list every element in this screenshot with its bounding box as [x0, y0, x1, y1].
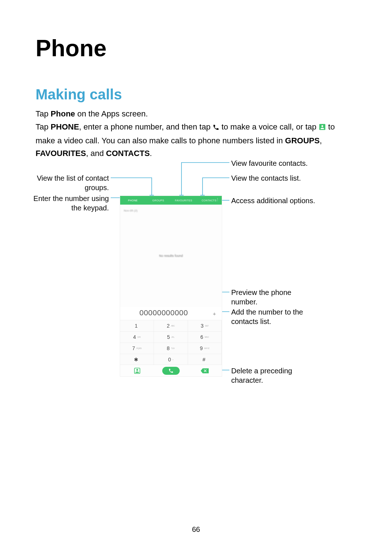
paragraph-1: Tap Phone on the Apps screen. — [36, 108, 148, 120]
no-results-label: No results found — [120, 254, 222, 258]
text-bold: CONTACTS — [106, 149, 150, 158]
callout-preview: Preview the phone number. — [231, 288, 304, 307]
page-number: 66 — [0, 525, 392, 534]
text-bold: GROUPS — [285, 136, 319, 145]
svg-point-1 — [321, 125, 323, 127]
key-star[interactable]: ✱ — [120, 354, 154, 365]
key-6[interactable]: 6MNO — [188, 331, 222, 342]
text: , enter a phone number, and then tap — [79, 122, 213, 131]
key-4[interactable]: 4GHI — [120, 331, 154, 342]
text: Tap — [36, 109, 51, 118]
callout-groups: View the list of contact groups. — [29, 173, 109, 192]
phone-screenshot: PHONE GROUPS FAVOURITES CONTACTS ⋮ Nov-0… — [120, 196, 222, 377]
key-2[interactable]: 2ABC — [154, 320, 188, 331]
keypad: 1 2ABC 3DEF 4GHI 5JKL 6MNO 7PQRS 8TUV 9W… — [120, 320, 222, 365]
key-1[interactable]: 1 — [120, 320, 154, 331]
key-9[interactable]: 9WXYZ — [188, 342, 222, 354]
voice-call-icon — [213, 122, 219, 134]
key-3[interactable]: 3DEF — [188, 320, 222, 331]
text: Tap — [36, 122, 51, 131]
backspace-button[interactable] — [188, 365, 222, 376]
text-bold: Phone — [51, 109, 75, 118]
callout-delete: Delete a preceding character. — [231, 366, 304, 385]
text-bold: FAVOURITES — [36, 149, 86, 158]
section-heading: Making calls — [36, 86, 122, 103]
tab-favourites[interactable]: FAVOURITES — [171, 199, 196, 202]
callout-contacts: View the contacts list. — [231, 173, 301, 183]
key-8[interactable]: 8TUV — [154, 342, 188, 354]
voice-call-button[interactable] — [154, 365, 188, 376]
callout-add-contact: Add the number to the contacts list. — [231, 307, 311, 326]
callout-favourites: View favourite contacts. — [231, 159, 308, 168]
overflow-menu-icon[interactable]: ⋮ — [215, 197, 220, 202]
phone-tabbar: PHONE GROUPS FAVOURITES CONTACTS ⋮ — [120, 196, 222, 205]
text: . — [150, 149, 152, 158]
svg-point-3 — [136, 369, 138, 371]
search-subtitle: Nov-05 (2) — [124, 209, 138, 212]
paragraph-2: Tap PHONE, enter a phone number, and the… — [36, 120, 355, 160]
text: , — [320, 136, 322, 145]
key-hash[interactable]: # — [188, 354, 222, 365]
action-row — [120, 365, 222, 376]
video-call-button[interactable] — [120, 365, 154, 376]
tab-phone[interactable]: PHONE — [120, 199, 146, 202]
tab-groups[interactable]: GROUPS — [146, 199, 171, 202]
key-7[interactable]: 7PQRS — [120, 342, 154, 354]
text-bold: PHONE — [51, 122, 79, 131]
text: to make a voice call, or tap — [221, 122, 319, 131]
entered-number: 00000000000 — [120, 308, 207, 317]
key-5[interactable]: 5JKL — [154, 331, 188, 342]
text: , and — [86, 149, 106, 158]
callout-options: Access additional options. — [231, 196, 315, 205]
callout-keypad: Enter the number using the keypad. — [29, 194, 109, 213]
text: on the Apps screen. — [75, 109, 148, 118]
number-display: 00000000000 + — [120, 307, 222, 320]
page-title: Phone — [36, 35, 107, 62]
video-call-icon — [319, 122, 326, 134]
key-0[interactable]: 0+ — [154, 354, 188, 365]
add-to-contacts-button[interactable]: + — [213, 311, 216, 317]
